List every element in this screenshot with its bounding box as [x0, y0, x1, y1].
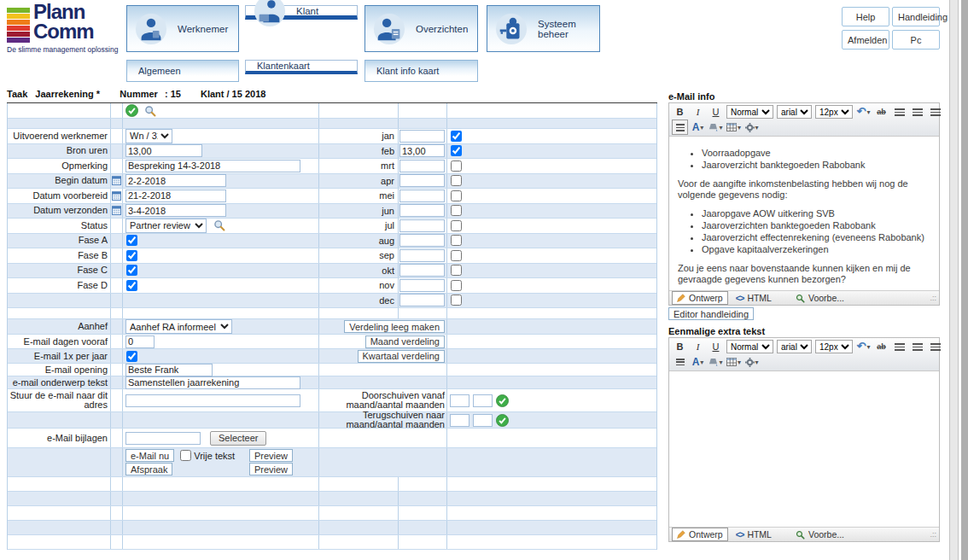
italic-button[interactable]: I: [690, 104, 706, 120]
maand-verdeling-button[interactable]: Maand verdeling: [365, 335, 445, 348]
email-opening-input[interactable]: [125, 364, 213, 376]
underline-button[interactable]: U: [708, 339, 724, 354]
afmelden-button[interactable]: Afmelden: [842, 30, 889, 50]
month-input-mei[interactable]: [399, 190, 445, 202]
align-justify-button[interactable]: [927, 104, 943, 120]
undo-button[interactable]: ↶▾: [855, 104, 872, 120]
window-scrollbar[interactable]: [961, 0, 968, 560]
email-bijlagen-input[interactable]: [125, 432, 201, 445]
fase-a-checkbox[interactable]: [126, 235, 137, 246]
bold-button[interactable]: B: [672, 104, 688, 120]
selecteer-button[interactable]: Selecteer: [210, 431, 266, 446]
paragraph-style-select[interactable]: Normal: [726, 340, 773, 353]
font-color-button[interactable]: A▾: [690, 120, 706, 135]
doorschuiven-maand-input[interactable]: [450, 394, 469, 407]
nav-werknemer[interactable]: Werknemer: [126, 5, 239, 52]
calendar-icon[interactable]: [112, 191, 121, 201]
tab-algemeen[interactable]: Algemeen: [126, 60, 239, 82]
month-checkbox-sep[interactable]: [451, 250, 462, 261]
font-size-select[interactable]: 12px: [815, 105, 853, 119]
editor-handleiding-button[interactable]: Editor handleiding: [668, 307, 754, 320]
month-checkbox-nov[interactable]: [451, 280, 462, 291]
begin-datum-input[interactable]: [125, 174, 226, 187]
month-checkbox-aug[interactable]: [451, 235, 462, 246]
datum-voorbereid-input[interactable]: [125, 190, 226, 202]
insert-table-button[interactable]: ▾: [726, 120, 742, 135]
search-icon[interactable]: [144, 105, 156, 117]
afspraak-button[interactable]: Afspraak: [125, 463, 172, 475]
italic-button[interactable]: I: [690, 339, 706, 354]
month-input-jan[interactable]: [399, 130, 445, 143]
nav-klant[interactable]: Klant: [245, 5, 358, 20]
month-input-dec[interactable]: [399, 294, 445, 306]
align-right-button[interactable]: [909, 339, 925, 354]
month-checkbox-mei[interactable]: [451, 190, 462, 201]
email-dagen-vooraf-input[interactable]: [125, 335, 155, 348]
html-tab[interactable]: <> HTML: [732, 292, 776, 304]
uitvoerend-werknemer-select[interactable]: Wn / 31: [125, 129, 172, 143]
bron-uren-input[interactable]: [125, 144, 202, 157]
fill-color-button[interactable]: ▾: [708, 120, 724, 135]
bullet-list-button[interactable]: [672, 354, 688, 370]
undo-button[interactable]: ↶▾: [855, 339, 872, 354]
insert-table-button[interactable]: ▾: [726, 354, 742, 370]
status-select[interactable]: Partner review: [125, 219, 207, 233]
save-ok-button[interactable]: [125, 104, 138, 117]
align-right-button[interactable]: [909, 104, 925, 120]
terugschuiven-ok-button[interactable]: [496, 414, 509, 427]
vrije-tekst-checkbox[interactable]: [180, 450, 191, 461]
pc-button[interactable]: Pc: [892, 30, 940, 50]
email-onderwerp-input[interactable]: [125, 376, 300, 389]
fase-c-checkbox[interactable]: [126, 265, 137, 276]
html-tab[interactable]: <> HTML: [732, 528, 776, 540]
month-checkbox-jun[interactable]: [451, 205, 462, 216]
month-input-feb[interactable]: [399, 144, 445, 157]
underline-button[interactable]: U: [708, 104, 724, 120]
aanhef-select[interactable]: Aanhef RA informeel: [125, 319, 232, 334]
ontwerp-tab[interactable]: Ontwerp: [672, 291, 728, 305]
strikethrough-button[interactable]: ab: [873, 104, 889, 120]
status-search-icon[interactable]: [213, 219, 225, 231]
terugschuiven-maand-input[interactable]: [450, 414, 469, 427]
month-input-jul[interactable]: [399, 219, 445, 232]
align-left-button[interactable]: [891, 339, 907, 354]
resize-handle[interactable]: .::: [930, 294, 936, 302]
kwartaal-verdeling-button[interactable]: Kwartaal verdeling: [358, 350, 446, 363]
align-justify-button[interactable]: [927, 339, 943, 354]
help-button[interactable]: Help: [842, 7, 889, 26]
resize-handle[interactable]: .::: [930, 530, 936, 539]
tools-button[interactable]: ▾: [743, 120, 760, 135]
month-input-aug[interactable]: [399, 234, 445, 247]
month-checkbox-feb[interactable]: [451, 145, 462, 156]
doorschuiven-aantal-input[interactable]: [473, 394, 493, 407]
inner-scrollbar[interactable]: [949, 0, 959, 560]
month-checkbox-jul[interactable]: [451, 220, 462, 231]
fase-b-checkbox[interactable]: [126, 250, 137, 261]
opmerking-input[interactable]: [125, 160, 300, 172]
font-family-select[interactable]: arial: [777, 340, 812, 353]
terugschuiven-aantal-input[interactable]: [473, 414, 493, 427]
month-input-nov[interactable]: [399, 279, 445, 292]
stuur-email-adres-input[interactable]: [125, 394, 300, 407]
tab-klantenkaart[interactable]: Klantenkaart: [245, 60, 358, 74]
nav-systeem-beheer[interactable]: Systeem beheer: [487, 5, 600, 52]
month-input-sep[interactable]: [399, 249, 445, 262]
preview-email-button[interactable]: Preview: [249, 449, 293, 462]
month-checkbox-jan[interactable]: [451, 131, 462, 142]
extra-tekst-body[interactable]: [669, 371, 939, 527]
email-1x-per-jaar-checkbox[interactable]: [126, 351, 137, 362]
month-checkbox-okt[interactable]: [451, 265, 462, 276]
calendar-icon[interactable]: [112, 176, 121, 185]
email-info-body[interactable]: Voorraadopgave Jaaroverzicht banktegoede…: [669, 137, 939, 290]
month-input-okt[interactable]: [399, 264, 445, 277]
datum-verzonden-input[interactable]: [125, 204, 226, 217]
strikethrough-button[interactable]: ab: [873, 339, 889, 354]
font-color-button[interactable]: A▾: [690, 354, 706, 370]
email-nu-button[interactable]: e-Mail nu: [125, 449, 174, 462]
font-family-select[interactable]: arial: [777, 105, 812, 119]
bullet-list-button[interactable]: [672, 120, 688, 135]
tab-klant-info-kaart[interactable]: Klant info kaart: [364, 60, 478, 82]
voorbeeld-tab[interactable]: Voorbe...: [791, 528, 848, 540]
calendar-icon[interactable]: [112, 206, 121, 215]
verdeling-leeg-maken-button[interactable]: Verdeling leeg maken: [344, 320, 445, 333]
